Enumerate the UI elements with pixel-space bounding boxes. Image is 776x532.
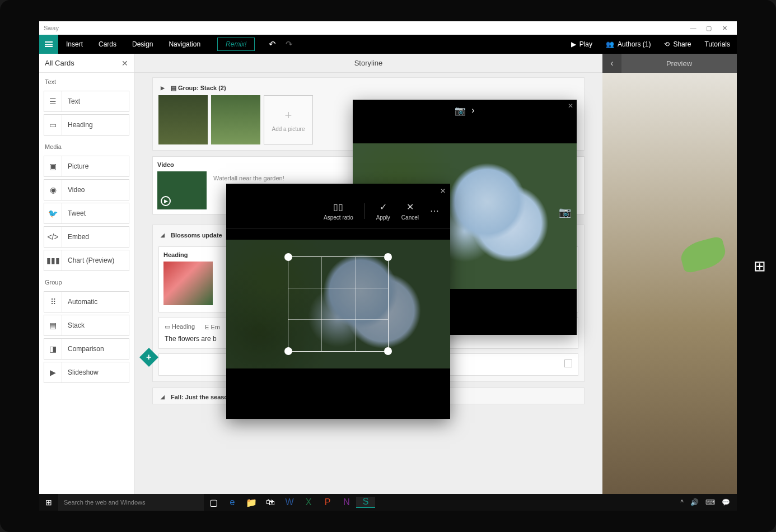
chart-icon: ▮▮▮: [44, 250, 62, 270]
automatic-icon: ⠿: [44, 292, 62, 312]
window-titlebar: Sway — ▢ ✕: [39, 21, 737, 35]
sidebar-title: All Cards: [45, 59, 74, 67]
windows-taskbar: ⊞ Search the web and Windows ▢ e 📁 🛍 W X…: [39, 494, 737, 511]
sidebar-group-text: Text: [39, 73, 134, 88]
card-video[interactable]: ◉Video: [44, 179, 129, 200]
plus-icon: +: [285, 108, 292, 123]
expand-icon[interactable]: ▶: [161, 85, 165, 91]
play-icon: ▶: [161, 196, 171, 206]
card-slideshow[interactable]: ▶Slideshow: [44, 362, 129, 383]
card-automatic[interactable]: ⠿Automatic: [44, 291, 129, 312]
video-icon: ◉: [44, 180, 62, 200]
window-maximize-button[interactable]: ▢: [701, 25, 717, 32]
comparison-icon: ◨: [44, 339, 62, 359]
play-button[interactable]: ▶Play: [564, 40, 599, 48]
collapse-icon[interactable]: ◢: [161, 394, 165, 400]
camera-capture-icon[interactable]: 📷: [559, 206, 571, 218]
taskbar-search[interactable]: Search the web and Windows: [58, 494, 204, 511]
leaf-graphic: [678, 235, 728, 274]
onenote-icon[interactable]: N: [337, 497, 356, 507]
sway-icon[interactable]: S: [356, 497, 375, 508]
more-button[interactable]: ⋯: [430, 206, 439, 216]
card-comparison[interactable]: ◨Comparison: [44, 338, 129, 360]
collapse-icon[interactable]: ◢: [161, 232, 165, 238]
emphasis-format-icon[interactable]: E Em: [205, 324, 220, 330]
edge-icon[interactable]: e: [223, 497, 242, 507]
aspect-ratio-button[interactable]: ▯▯Aspect ratio: [324, 202, 353, 221]
word-icon[interactable]: W: [280, 497, 299, 507]
heading-thumb[interactable]: [163, 262, 213, 305]
storyline-title: Storyline: [134, 54, 602, 73]
card-heading[interactable]: ▭Heading: [44, 114, 129, 136]
sidebar-group-media: Media: [39, 138, 134, 153]
start-button[interactable]: ⊞: [39, 498, 58, 507]
preview-panel: ‹ Preview: [602, 54, 737, 494]
crop-handle-br[interactable]: [384, 347, 392, 355]
preview-background: [602, 73, 737, 494]
window-close-button[interactable]: ✕: [717, 25, 732, 32]
stack-thumb-1[interactable]: [158, 95, 208, 144]
video-thumb[interactable]: ▶: [157, 171, 207, 209]
stack-group-icon: ▤: [171, 85, 178, 91]
cancel-icon: ✕: [406, 202, 414, 212]
file-explorer-icon[interactable]: 📁: [242, 497, 261, 508]
picture-icon: ▣: [44, 156, 62, 176]
group-stack-label: Group: Stack (2): [178, 85, 226, 91]
preview-back-button[interactable]: ‹: [602, 54, 621, 73]
tutorials-button[interactable]: Tutorials: [698, 40, 737, 48]
text-card-content[interactable]: The flowers are b: [165, 335, 217, 343]
card-chart[interactable]: ▮▮▮Chart (Preview): [44, 250, 129, 271]
app-toolbar: Insert Cards Design Navigation Remix! ↶ …: [39, 35, 737, 54]
stack-thumb-2[interactable]: [211, 95, 260, 144]
add-picture-button[interactable]: +Add a picture: [264, 95, 313, 144]
blossoms-label: Blossoms update: [171, 232, 222, 239]
sidebar-close-button[interactable]: ✕: [121, 59, 128, 68]
hamburger-button[interactable]: [39, 35, 58, 54]
powerpoint-icon[interactable]: P: [318, 497, 337, 507]
card-tweet[interactable]: 🐦Tweet: [44, 203, 129, 224]
card-embed[interactable]: </>Embed: [44, 226, 129, 248]
card-text[interactable]: ☰Text: [44, 91, 129, 112]
tweet-icon: 🐦: [44, 203, 62, 223]
share-button[interactable]: ⟲Share: [657, 40, 698, 48]
heading-format-icon[interactable]: ▭ Heading: [165, 323, 195, 330]
crop-handle-tr[interactable]: [384, 253, 392, 261]
redo-button[interactable]: ↷: [281, 39, 297, 49]
people-icon: 👥: [606, 40, 614, 48]
menu-design[interactable]: Design: [124, 35, 161, 54]
share-icon: ⟲: [664, 40, 670, 48]
check-icon: ✓: [380, 202, 387, 212]
window-minimize-button[interactable]: —: [685, 25, 701, 31]
crop-close-button[interactable]: ✕: [440, 187, 446, 195]
card-stack[interactable]: ▤Stack: [44, 315, 129, 336]
cancel-button[interactable]: ✕Cancel: [401, 202, 419, 221]
camera-icon[interactable]: 📷: [455, 105, 466, 116]
menu-navigation[interactable]: Navigation: [161, 35, 208, 54]
menu-cards[interactable]: Cards: [91, 35, 124, 54]
tray-keyboard-icon[interactable]: ⌨: [705, 498, 715, 506]
camera-close-button[interactable]: ✕: [568, 102, 573, 110]
preview-title: Preview: [621, 59, 737, 68]
crop-handle-bl[interactable]: [284, 347, 292, 355]
slideshow-icon: ▶: [44, 362, 62, 382]
menu-insert[interactable]: Insert: [58, 35, 91, 54]
apply-button[interactable]: ✓Apply: [376, 202, 390, 221]
camera-next-icon[interactable]: ›: [471, 105, 474, 115]
card-picture[interactable]: ▣Picture: [44, 156, 129, 177]
tray-notifications-icon[interactable]: 💬: [722, 498, 730, 506]
crop-selection[interactable]: [288, 256, 389, 352]
play-icon: ▶: [571, 40, 576, 48]
authors-button[interactable]: 👥Authors (1): [599, 40, 657, 48]
checkbox-icon[interactable]: [564, 360, 572, 367]
aspect-ratio-icon: ▯▯: [333, 202, 343, 212]
tray-chevron-icon[interactable]: ^: [680, 498, 684, 506]
undo-button[interactable]: ↶: [264, 39, 281, 49]
heading-icon: ▭: [44, 115, 62, 135]
sidebar-header: All Cards ✕: [39, 54, 134, 73]
remix-button[interactable]: Remix!: [217, 38, 255, 51]
crop-handle-tl[interactable]: [284, 253, 292, 261]
store-icon[interactable]: 🛍: [261, 497, 280, 507]
tray-volume-icon[interactable]: 🔊: [690, 498, 699, 506]
task-view-icon[interactable]: ▢: [204, 497, 223, 508]
excel-icon[interactable]: X: [299, 497, 318, 507]
